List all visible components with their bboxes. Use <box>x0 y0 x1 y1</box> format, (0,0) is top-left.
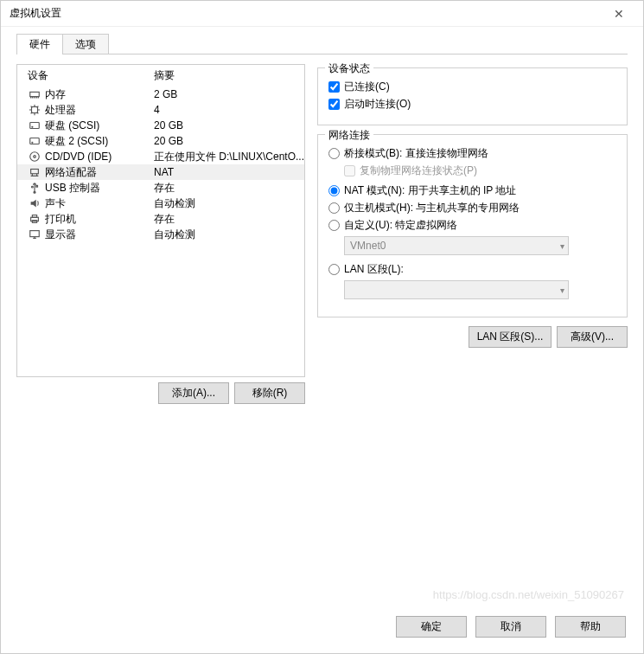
svg-point-3 <box>32 126 33 127</box>
tab-strip: 硬件 选项 <box>1 27 643 54</box>
device-detail-panel: 设备状态 已连接(C) 启动时连接(O) 网络连接 桥接模式(B): 直接连接物… <box>317 64 628 602</box>
svg-point-11 <box>32 186 34 188</box>
connect-poweron-checkbox-row[interactable]: 启动时连接(O) <box>328 97 616 112</box>
connect-poweron-label: 启动时连接(O) <box>344 97 411 112</box>
hostonly-radio[interactable] <box>328 202 340 214</box>
lan-segment-radio-row[interactable]: LAN 区段(L): <box>328 262 616 277</box>
replicate-label: 复制物理网络连接状态(P) <box>360 164 477 178</box>
device-summary: 正在使用文件 D:\LINUX\CentO... <box>154 150 304 164</box>
svg-rect-13 <box>32 215 36 218</box>
connected-checkbox-row[interactable]: 已连接(C) <box>328 80 616 94</box>
bridged-radio-row[interactable]: 桥接模式(B): 直接连接物理网络 <box>328 146 616 161</box>
cancel-button[interactable]: 取消 <box>475 616 546 638</box>
nat-label: NAT 模式(N): 用于共享主机的 IP 地址 <box>344 183 516 198</box>
header-summary: 摘要 <box>154 68 304 83</box>
close-button[interactable]: ✕ <box>602 2 636 26</box>
svg-rect-2 <box>30 123 40 129</box>
device-row[interactable]: 硬盘 (SCSI)20 GB <box>17 118 304 133</box>
hdd-icon <box>28 134 41 148</box>
svg-point-6 <box>30 152 40 162</box>
lan-segment-radio[interactable] <box>328 264 340 275</box>
device-summary: 2 GB <box>154 88 304 100</box>
hostonly-label: 仅主机模式(H): 与主机共享的专用网络 <box>344 201 520 215</box>
custom-radio-row[interactable]: 自定义(U): 特定虚拟网络 <box>328 218 616 233</box>
svg-rect-4 <box>30 138 40 144</box>
custom-vmnet-value: VMnet0 <box>350 240 386 252</box>
device-label: 硬盘 2 (SCSI) <box>45 134 154 149</box>
device-row[interactable]: USB 控制器存在 <box>17 180 304 196</box>
device-row[interactable]: 打印机存在 <box>17 211 304 227</box>
device-row[interactable]: 内存2 GB <box>17 87 304 102</box>
svg-rect-1 <box>32 107 38 113</box>
connected-label: 已连接(C) <box>344 80 390 94</box>
tab-options[interactable]: 选项 <box>62 34 109 54</box>
hostonly-radio-row[interactable]: 仅主机模式(H): 与主机共享的专用网络 <box>328 201 616 215</box>
window-title: 虚拟机设置 <box>10 6 61 21</box>
lan-segments-button[interactable]: LAN 区段(S)... <box>469 326 552 348</box>
lan-segment-combo: ▾ <box>344 280 569 299</box>
device-label: 声卡 <box>45 196 154 211</box>
remove-device-button[interactable]: 移除(R) <box>234 382 305 404</box>
chevron-down-icon: ▾ <box>560 285 564 295</box>
tab-underline <box>16 54 628 54</box>
printer-icon <box>28 212 41 226</box>
network-extra-buttons: LAN 区段(S)... 高级(V)... <box>317 326 628 348</box>
device-summary: 存在 <box>154 212 304 227</box>
device-label: 显示器 <box>45 228 154 242</box>
chevron-down-icon: ▾ <box>560 241 564 251</box>
close-icon: ✕ <box>614 7 624 21</box>
device-summary: NAT <box>154 166 304 178</box>
replicate-checkbox-row: 复制物理网络连接状态(P) <box>344 164 616 178</box>
device-row[interactable]: 硬盘 2 (SCSI)20 GB <box>17 133 304 149</box>
content-area: 设备 摘要 内存2 GB处理器4硬盘 (SCSI)20 GB硬盘 2 (SCSI… <box>1 55 643 606</box>
device-label: 网络适配器 <box>45 165 154 180</box>
device-summary: 自动检测 <box>154 196 304 211</box>
header-device: 设备 <box>28 68 154 83</box>
connected-checkbox[interactable] <box>328 81 340 93</box>
bridged-radio[interactable] <box>328 148 340 159</box>
device-list-buttons: 添加(A)... 移除(R) <box>16 377 305 409</box>
svg-point-9 <box>34 191 35 193</box>
device-label: 处理器 <box>45 103 154 118</box>
connect-poweron-checkbox[interactable] <box>328 99 340 110</box>
dialog-footer: 确定 取消 帮助 <box>1 606 643 653</box>
device-summary: 20 GB <box>154 119 304 131</box>
svg-rect-0 <box>30 92 40 96</box>
custom-radio[interactable] <box>328 220 340 231</box>
svg-rect-10 <box>36 185 38 187</box>
device-table: 设备 摘要 内存2 GB处理器4硬盘 (SCSI)20 GB硬盘 2 (SCSI… <box>17 65 304 376</box>
device-label: CD/DVD (IDE) <box>45 151 154 163</box>
device-row[interactable]: CD/DVD (IDE)正在使用文件 D:\LINUX\CentO... <box>17 149 304 164</box>
bridged-label: 桥接模式(B): 直接连接物理网络 <box>344 146 488 161</box>
help-button[interactable]: 帮助 <box>555 616 626 638</box>
ok-button[interactable]: 确定 <box>396 616 467 638</box>
device-table-header: 设备 摘要 <box>17 65 304 87</box>
replicate-checkbox <box>344 165 355 176</box>
device-row[interactable]: 处理器4 <box>17 102 304 118</box>
custom-vmnet-combo: VMnet0 ▾ <box>344 236 569 255</box>
device-row[interactable]: 网络适配器NAT <box>17 164 304 180</box>
cpu-icon <box>28 103 41 117</box>
svg-rect-8 <box>31 170 39 174</box>
device-summary: 4 <box>154 104 304 116</box>
network-connection-group: 网络连接 桥接模式(B): 直接连接物理网络 复制物理网络连接状态(P) NAT… <box>317 134 628 317</box>
network-icon <box>28 165 41 179</box>
tab-hardware[interactable]: 硬件 <box>16 34 63 54</box>
network-connection-title: 网络连接 <box>325 128 373 143</box>
advanced-button[interactable]: 高级(V)... <box>557 326 628 348</box>
usb-icon <box>28 181 41 195</box>
device-row[interactable]: 声卡自动检测 <box>17 196 304 211</box>
device-summary: 自动检测 <box>154 228 304 242</box>
nat-radio-row[interactable]: NAT 模式(N): 用于共享主机的 IP 地址 <box>328 183 616 198</box>
cd-icon <box>28 150 41 164</box>
device-label: 打印机 <box>45 212 154 227</box>
title-bar: 虚拟机设置 ✕ <box>1 1 643 27</box>
device-row[interactable]: 显示器自动检测 <box>17 227 304 242</box>
device-status-title: 设备状态 <box>325 61 373 76</box>
device-label: 内存 <box>45 87 154 102</box>
nat-radio[interactable] <box>328 185 340 196</box>
display-icon <box>28 228 41 241</box>
add-device-button[interactable]: 添加(A)... <box>158 382 229 404</box>
svg-rect-15 <box>30 231 40 237</box>
device-summary: 20 GB <box>154 135 304 147</box>
